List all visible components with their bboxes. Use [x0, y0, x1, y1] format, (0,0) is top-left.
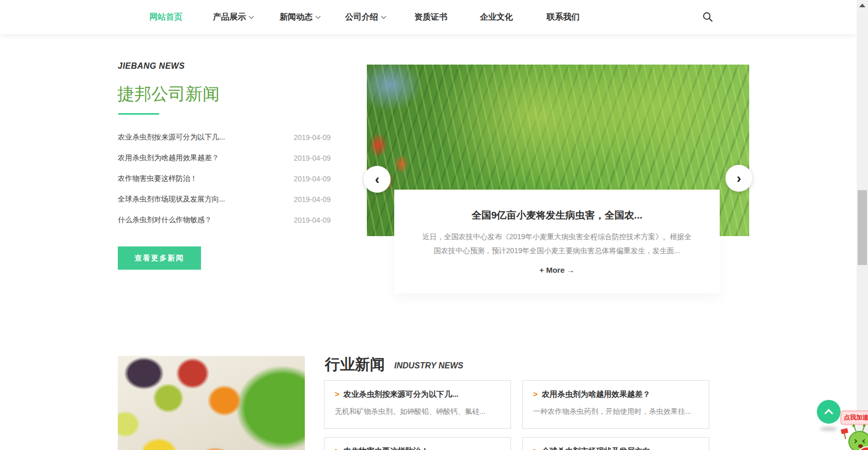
news-item-title: 农业杀虫剂按来源可分为以下几...: [118, 133, 225, 142]
news-item-date: 2019-04-09: [293, 216, 331, 224]
arrow-right-icon: >: [335, 390, 339, 398]
carousel-more-link[interactable]: + More →: [394, 266, 720, 274]
back-to-top-button[interactable]: [817, 400, 841, 424]
page-scrollbar[interactable]: [857, 0, 868, 450]
booster-badge[interactable]: 点我加速: [842, 412, 868, 424]
carousel-prev-button[interactable]: ‹: [364, 166, 391, 193]
mascot-eye: [853, 439, 857, 443]
industry-news-card[interactable]: >农作物害虫要这样防治！: [324, 437, 511, 450]
company-news-eyebrow: JIEBANG NEWS: [118, 61, 185, 71]
industry-news-card[interactable]: >全球杀虫剂市场现状及发展方向...: [522, 437, 709, 450]
industry-card-title-row: >农用杀虫剂为啥越用效果越差？: [523, 381, 709, 399]
nav-item-culture[interactable]: 企业文化: [480, 0, 513, 34]
carousel-card-title[interactable]: 全国9亿亩小麦将发生病虫害，全国农...: [394, 190, 720, 222]
chevron-right-icon: ›: [737, 172, 741, 185]
mascot-antenna: [862, 426, 864, 431]
industry-card-title: 农用杀虫剂为啥越用效果越差？: [542, 390, 650, 398]
industry-news-subtitle: INDUSTRY NEWS: [394, 361, 463, 370]
nav-item-company[interactable]: 公司介绍: [345, 0, 385, 34]
news-carousel: ‹ › 全国9亿亩小麦将发生病虫害，全国农... 近日，全国农技中心发布《201…: [367, 65, 749, 236]
chevron-down-icon: [316, 14, 321, 19]
mascot-eye: [862, 439, 866, 443]
industry-card-title-row: >农作物害虫要这样防治！: [324, 438, 510, 450]
news-item-title: 农用杀虫剂为啥越用效果越差？: [118, 153, 219, 163]
news-item-title: 全球杀虫剂市场现状及发展方向...: [118, 195, 225, 204]
news-item-date: 2019-04-09: [293, 133, 331, 142]
industry-card-excerpt: 一种农作物杀虫药剂，开始使用时，杀虫效果往...: [523, 399, 709, 416]
carousel-next-button[interactable]: ›: [725, 165, 752, 192]
industry-card-title-row: >农业杀虫剂按来源可分为以下几...: [324, 381, 510, 399]
industry-news-card[interactable]: >农业杀虫剂按来源可分为以下几... 无机和矿物杀虫剂。如砷酸铅、砷酸钙、氟硅.…: [324, 380, 511, 429]
fruits-vegetables-image: [118, 356, 305, 450]
scrollbar-up-arrow[interactable]: [859, 4, 865, 7]
news-list-item[interactable]: 全球杀虫剂市场现状及发展方向... 2019-04-09: [118, 189, 331, 210]
nav-item-products[interactable]: 产品展示: [213, 0, 253, 34]
news-list-item[interactable]: 什么杀虫剂对什么作物敏感？ 2019-04-09: [118, 210, 331, 230]
industry-card-excerpt: 无机和矿物杀虫剂。如砷酸铅、砷酸钙、氟硅...: [324, 399, 510, 416]
industry-card-title-row: >全球杀虫剂市场现状及发展方向...: [523, 438, 709, 450]
news-list-item[interactable]: 农作物害虫要这样防治！ 2019-04-09: [118, 168, 331, 189]
industry-news-card[interactable]: >农用杀虫剂为啥越用效果越差？ 一种农作物杀虫药剂，开始使用时，杀虫效果往...: [522, 380, 709, 429]
industry-card-title: 全球杀虫剂市场现状及发展方向...: [542, 446, 657, 450]
nav-item-label: 新闻动态: [280, 12, 313, 21]
nav-item-certificates[interactable]: 资质证书: [414, 0, 447, 34]
nav-item-home[interactable]: 网站首页: [149, 0, 182, 34]
mascot-antenna: [854, 426, 856, 431]
title-underline: [118, 113, 159, 115]
news-list-item[interactable]: 农用杀虫剂为啥越用效果越差？ 2019-04-09: [118, 148, 331, 168]
news-item-date: 2019-04-09: [293, 175, 331, 183]
arrow-right-icon: >: [335, 446, 339, 450]
chevron-down-icon: [381, 14, 386, 19]
nav-item-label: 公司介绍: [345, 12, 378, 21]
view-more-news-button[interactable]: 查看更多新闻: [118, 246, 201, 270]
mascot-character[interactable]: [843, 425, 868, 450]
news-item-date: 2019-04-09: [293, 195, 331, 204]
chevron-left-icon: ‹: [375, 173, 380, 186]
news-item-title: 什么杀虫剂对什么作物敏感？: [118, 215, 212, 225]
back-to-top-shadow: [820, 427, 838, 431]
top-navbar: 网站首页 产品展示 新闻动态 公司介绍 资质证书 企业文化 联系我们: [0, 0, 857, 34]
industry-card-title: 农作物害虫要这样防治！: [344, 446, 429, 450]
company-news-title: 捷邦公司新闻: [117, 83, 220, 106]
nav-item-label: 网站首页: [149, 12, 182, 21]
news-item-date: 2019-04-09: [293, 154, 331, 162]
arrow-right-icon: >: [533, 390, 538, 398]
industry-card-title: 农业杀虫剂按来源可分为以下几...: [344, 390, 459, 398]
carousel-news-card: 全国9亿亩小麦将发生病虫害，全国农... 近日，全国农技中心发布《2019年小麦…: [394, 190, 720, 293]
nav-item-label: 资质证书: [414, 12, 447, 21]
nav-item-label: 企业文化: [480, 12, 513, 21]
industry-news-title: 行业新闻: [325, 354, 385, 375]
nav-item-label: 联系我们: [547, 12, 580, 21]
search-icon[interactable]: [702, 11, 714, 23]
red-flag-icon: [841, 428, 848, 435]
arrow-right-icon: >: [533, 446, 538, 450]
carousel-card-excerpt: 近日，全国农技中心发布《2019年小麦重大病虫害全程综合防控技术方案》。根据全国…: [420, 230, 694, 258]
company-news-list: 农业杀虫剂按来源可分为以下几... 2019-04-09 农用杀虫剂为啥越用效果…: [118, 127, 331, 230]
news-item-title: 农作物害虫要这样防治！: [118, 174, 197, 183]
chevron-down-icon: [249, 14, 254, 19]
nav-item-label: 产品展示: [213, 12, 246, 21]
scrollbar-thumb[interactable]: [858, 190, 867, 265]
nav-item-news[interactable]: 新闻动态: [280, 0, 320, 34]
news-list-item[interactable]: 农业杀虫剂按来源可分为以下几... 2019-04-09: [118, 127, 331, 148]
chevron-up-icon: [825, 409, 833, 417]
nav-item-contact[interactable]: 联系我们: [547, 0, 580, 34]
